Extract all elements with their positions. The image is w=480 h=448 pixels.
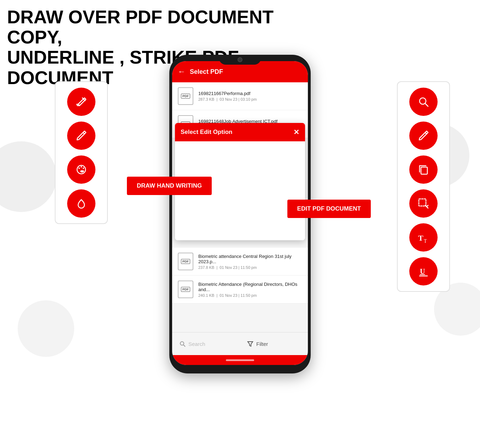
dropper-icon bbox=[75, 197, 88, 210]
home-indicator bbox=[226, 359, 254, 361]
file-item-1[interactable]: PDF 1698211667Performa.pdf 287.3 KB | 03… bbox=[172, 82, 308, 110]
svg-line-12 bbox=[427, 205, 428, 207]
file-name-1: 1698211667Performa.pdf bbox=[198, 91, 302, 96]
filter-label: Filter bbox=[256, 341, 268, 347]
copy-icon-btn[interactable] bbox=[409, 155, 438, 184]
svg-point-4 bbox=[81, 166, 82, 167]
svg-point-3 bbox=[78, 167, 80, 169]
filter-icon bbox=[247, 341, 253, 347]
file-name-4: Biometric Attendance (Regional Directors… bbox=[198, 282, 302, 292]
svg-rect-10 bbox=[419, 199, 426, 206]
back-button[interactable]: ← bbox=[178, 67, 186, 76]
draw-handwriting-button[interactable]: DRAW HAND WRITING bbox=[127, 177, 212, 195]
file-name-3: Biometric attendance Central Region 31st… bbox=[198, 254, 302, 264]
svg-text:T: T bbox=[418, 234, 423, 242]
underline-icon: U bbox=[417, 265, 430, 278]
search-icon-btn[interactable] bbox=[409, 88, 438, 116]
search-area[interactable]: Search bbox=[172, 341, 240, 347]
modal-header: Select Edit Option ✕ bbox=[175, 123, 305, 141]
left-panel bbox=[55, 81, 108, 224]
edit-pdf-document-button[interactable]: EDIT PDF DOCUMENT bbox=[287, 200, 371, 218]
phone-notch bbox=[219, 55, 261, 65]
underline-icon-btn[interactable]: U bbox=[409, 257, 438, 285]
pdf-icon-4: PDF bbox=[178, 281, 193, 298]
pdf-label-4: PDF bbox=[181, 287, 190, 292]
copy-icon bbox=[417, 163, 430, 176]
filter-area[interactable]: Filter bbox=[240, 341, 308, 347]
pencil-icon bbox=[75, 129, 88, 142]
modal-title: Select Edit Option bbox=[181, 129, 232, 136]
deco-circle-left-bottom bbox=[18, 300, 74, 357]
pdf-label: PDF bbox=[181, 94, 190, 99]
edit-pencil-icon-btn[interactable] bbox=[409, 122, 438, 150]
select-region-icon bbox=[417, 197, 430, 210]
palette-icon-btn[interactable] bbox=[67, 155, 95, 184]
deco-circle-left bbox=[0, 141, 57, 212]
pdf-icon-3: PDF bbox=[178, 253, 193, 270]
svg-line-18 bbox=[183, 345, 185, 347]
eraser-icon-btn[interactable] bbox=[67, 88, 95, 116]
svg-text:U: U bbox=[420, 267, 425, 275]
file-info-1: 1698211667Performa.pdf 287.3 KB | 03 Nov… bbox=[198, 91, 302, 101]
svg-rect-9 bbox=[421, 167, 427, 174]
text-size-icon-btn[interactable]: T T bbox=[409, 223, 438, 252]
text-size-icon: T T bbox=[417, 231, 430, 244]
edit-pencil-icon bbox=[417, 129, 430, 142]
search-label: Search bbox=[188, 341, 205, 347]
select-region-icon-btn[interactable] bbox=[409, 189, 438, 218]
file-info-3: Biometric attendance Central Region 31st… bbox=[198, 254, 302, 270]
file-meta-1: 287.3 KB | 03 Nov 23 | 03:10 pm bbox=[198, 97, 302, 101]
svg-line-1 bbox=[83, 132, 84, 134]
svg-line-8 bbox=[425, 132, 427, 134]
phone-mockup: ← Select PDF PDF 1698211667Performa.pdf … bbox=[169, 55, 311, 373]
svg-text:T: T bbox=[424, 238, 427, 244]
modal-close-button[interactable]: ✕ bbox=[293, 128, 299, 136]
file-info-4: Biometric Attendance (Regional Directors… bbox=[198, 282, 302, 297]
pencil-icon-btn[interactable] bbox=[67, 122, 95, 150]
right-panel: T T U bbox=[397, 81, 450, 292]
phone-camera bbox=[238, 57, 242, 62]
pdf-label-3: PDF bbox=[181, 259, 190, 264]
file-item-3[interactable]: PDF Biometric attendance Central Region … bbox=[172, 248, 308, 276]
palette-icon bbox=[75, 163, 88, 176]
file-meta-4: 240.1 KB | 01 Nov 23 | 11:50 pm bbox=[198, 293, 302, 297]
file-item-4[interactable]: PDF Biometric Attendance (Regional Direc… bbox=[172, 276, 308, 303]
file-meta-3: 237.8 KB | 01 Nov 23 | 11:50 pm bbox=[198, 265, 302, 270]
dropper-icon-btn[interactable] bbox=[67, 189, 95, 218]
svg-marker-19 bbox=[248, 342, 253, 346]
file-list-bottom: PDF Biometric attendance Central Region … bbox=[172, 248, 308, 303]
search-icon-bottom bbox=[179, 341, 186, 347]
bottom-bar: Search Filter bbox=[172, 332, 308, 355]
pdf-icon-1: PDF bbox=[178, 87, 193, 105]
search-icon bbox=[417, 95, 430, 108]
app-bar-title: Select PDF bbox=[190, 68, 223, 76]
eraser-icon bbox=[75, 95, 88, 108]
svg-point-5 bbox=[83, 167, 84, 169]
svg-point-17 bbox=[180, 342, 184, 345]
phone-home-bar bbox=[172, 355, 308, 365]
svg-line-7 bbox=[425, 104, 428, 106]
